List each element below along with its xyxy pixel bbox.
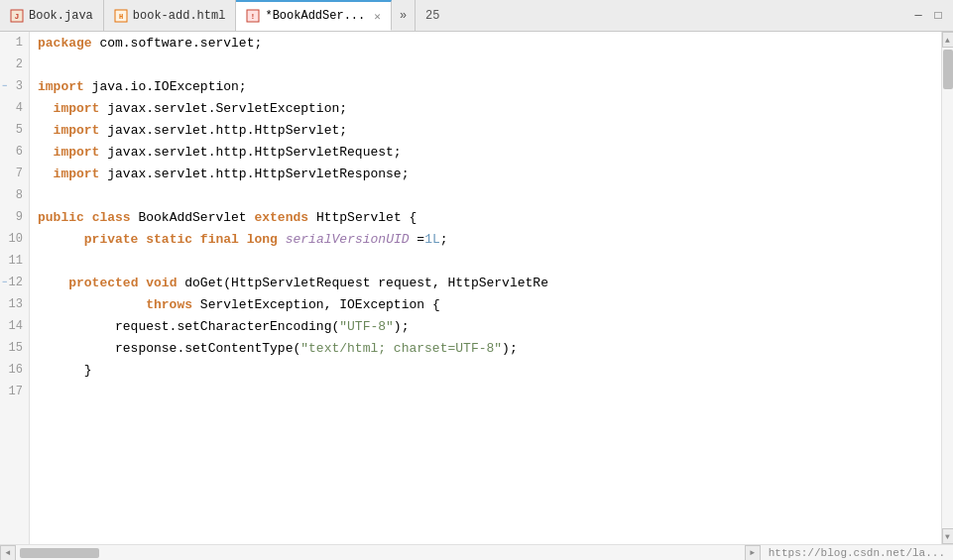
tab-book-add-html-label: book-add.html — [133, 9, 226, 23]
line-number-5: 5 — [4, 119, 23, 141]
scroll-track-h[interactable] — [16, 545, 745, 560]
fold-indicator-3[interactable]: − — [2, 81, 10, 91]
fold-indicator-12[interactable]: − — [2, 278, 10, 287]
code-line-12: protected void doGet(HttpServletRequest … — [38, 272, 941, 293]
code-line-3: import java.io.IOException; — [38, 75, 941, 97]
scroll-track-v[interactable] — [942, 48, 953, 528]
line-number-4: 4 — [4, 97, 23, 119]
svg-text:!: ! — [251, 12, 256, 21]
code-line-15: response.setContentType("text/html; char… — [38, 337, 941, 359]
kw-long: long — [247, 232, 278, 247]
line-number-7: 7 — [4, 163, 23, 184]
code-line-4: import javax.servlet.ServletException; — [38, 97, 941, 119]
bottom-bar: ◄ ► https://blog.csdn.net/la... — [0, 544, 953, 560]
field-serial-version-uid: serialVersionUID — [286, 232, 410, 247]
html-file-icon: H — [114, 9, 128, 23]
line-number-8: 8 — [4, 184, 23, 206]
kw-import-4: import — [54, 145, 100, 160]
kw-import-2: import — [54, 101, 100, 116]
servlet-file-icon: ! — [246, 9, 260, 23]
tab-count: 25 — [416, 0, 449, 31]
kw-class: class — [92, 210, 131, 225]
kw-import-5: import — [54, 167, 100, 181]
code-line-5: import javax.servlet.http.HttpServlet; — [38, 119, 941, 141]
svg-text:H: H — [119, 13, 123, 21]
kw-throws: throws — [146, 297, 192, 312]
kw-final: final — [200, 232, 239, 247]
code-line-13: throws ServletException, IOException { — [38, 293, 941, 315]
line-number-3: − 3 — [4, 75, 23, 97]
vertical-scrollbar: ▲ ▼ — [941, 32, 953, 544]
scroll-right-button[interactable]: ► — [745, 545, 761, 561]
code-line-17 — [38, 381, 941, 402]
line-number-12: − 12 — [4, 272, 23, 293]
line-number-16: 16 — [4, 359, 23, 381]
code-line-6: import javax.servlet.http.HttpServletReq… — [38, 141, 941, 163]
string-utf8-1: "UTF-8" — [339, 319, 394, 334]
code-line-1: package com.software.servlet; — [38, 32, 941, 54]
code-editor[interactable]: package com.software.servlet; import jav… — [30, 32, 941, 544]
line-number-6: 6 — [4, 141, 23, 163]
kw-package: package — [38, 36, 92, 51]
kw-extends: extends — [254, 210, 308, 225]
scroll-left-button[interactable]: ◄ — [0, 545, 16, 561]
tab-book-add-html[interactable]: H book-add.html — [104, 0, 237, 31]
code-line-9: public class BookAddServlet extends Http… — [38, 206, 941, 228]
code-line-14: request.setCharacterEncoding("UTF-8"); — [38, 315, 941, 337]
tab-book-add-servlet-label: *BookAddSer... — [265, 9, 365, 23]
kw-static: static — [146, 232, 192, 247]
scroll-down-button[interactable]: ▼ — [942, 528, 954, 544]
kw-import-1: import — [38, 79, 84, 94]
line-number-11: 11 — [4, 250, 23, 272]
line-number-2: 2 — [4, 54, 23, 75]
scroll-thumb-v[interactable] — [943, 50, 953, 89]
kw-protected: protected — [68, 276, 138, 290]
maximize-button[interactable]: □ — [931, 9, 945, 23]
code-line-11 — [38, 250, 941, 272]
line-number-17: 17 — [4, 381, 23, 402]
scroll-up-button[interactable]: ▲ — [942, 32, 954, 48]
tab-overflow-icon: » — [400, 9, 407, 23]
scroll-thumb-h[interactable] — [20, 548, 99, 558]
window-controls: — □ — [911, 0, 953, 31]
code-line-7: import javax.servlet.http.HttpServletRes… — [38, 163, 941, 184]
line-number-10: 10 — [4, 228, 23, 250]
code-line-2 — [38, 54, 941, 75]
tab-book-java[interactable]: J Book.java — [0, 0, 104, 31]
minimize-button[interactable]: — — [911, 9, 925, 23]
kw-void-1: void — [146, 276, 177, 290]
line-number-9: 9 — [4, 206, 23, 228]
tab-overflow-button[interactable]: » — [392, 0, 416, 31]
code-line-10: private static final long serialVersionU… — [38, 228, 941, 250]
tab-count-label: 25 — [425, 9, 439, 23]
code-line-8 — [38, 184, 941, 206]
tab-bar: J Book.java H book-add.html ! *BookAddSe… — [0, 0, 953, 32]
editor-container: 1 2 − 3 4 5 6 7 8 9 10 11 − 12 13 14 15 … — [0, 32, 953, 544]
tab-book-java-label: Book.java — [29, 9, 93, 23]
kw-import-3: import — [54, 123, 100, 138]
java-file-icon: J — [10, 9, 24, 23]
status-url: https://blog.csdn.net/la... — [761, 547, 953, 559]
svg-text:J: J — [15, 12, 20, 21]
kw-private: private — [84, 232, 139, 247]
line-number-1: 1 — [4, 32, 23, 54]
line-number-13: 13 — [4, 293, 23, 315]
tab-close-button[interactable]: ✕ — [374, 10, 381, 23]
string-content-type: "text/html; charset=UTF-8" — [300, 341, 502, 356]
line-numbers-gutter: 1 2 − 3 4 5 6 7 8 9 10 11 − 12 13 14 15 … — [0, 32, 30, 544]
line-number-14: 14 — [4, 315, 23, 337]
kw-public-1: public — [38, 210, 84, 225]
line-number-15: 15 — [4, 337, 23, 359]
code-line-16: } — [38, 359, 941, 381]
tab-book-add-servlet[interactable]: ! *BookAddSer... ✕ — [236, 0, 391, 31]
